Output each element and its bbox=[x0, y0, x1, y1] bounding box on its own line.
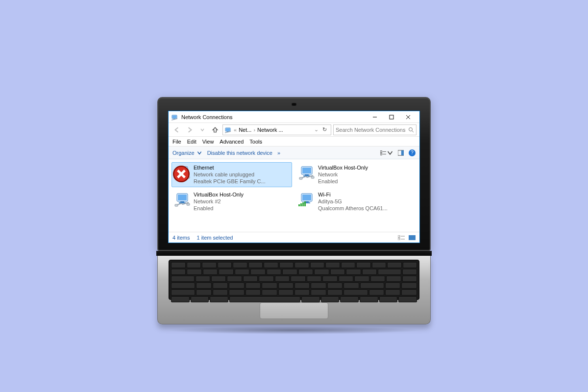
address-dropdown[interactable]: ⌄ bbox=[314, 126, 318, 133]
back-button[interactable] bbox=[172, 124, 182, 135]
connection-name: Ethernet bbox=[194, 165, 266, 172]
help-button[interactable]: ? bbox=[409, 149, 416, 156]
svg-rect-25 bbox=[398, 238, 400, 240]
unplugged-badge-icon bbox=[173, 166, 190, 182]
connection-wifi[interactable]: Wi-Fi Aditya-5G Qualcomm Atheros QCA61..… bbox=[296, 189, 416, 214]
window-title: Network Connections bbox=[181, 114, 233, 120]
organize-button[interactable]: Organize bbox=[172, 150, 202, 156]
view-mode-button[interactable] bbox=[380, 150, 393, 156]
svg-rect-18 bbox=[390, 115, 393, 119]
app-icon bbox=[172, 114, 178, 121]
refresh-button[interactable]: ↻ bbox=[320, 126, 329, 133]
webcam bbox=[292, 103, 296, 106]
network-connections-window: Network Connections « Net... › bbox=[168, 111, 420, 243]
more-commands-button[interactable]: » bbox=[277, 150, 280, 156]
maximize-button[interactable] bbox=[383, 111, 400, 123]
connection-name: Wi-Fi bbox=[318, 192, 388, 198]
chevron-down-icon bbox=[196, 150, 202, 156]
menu-view[interactable]: View bbox=[202, 139, 214, 145]
connection-detail: Enabled bbox=[318, 178, 368, 185]
search-box[interactable] bbox=[333, 124, 416, 135]
minimize-button[interactable] bbox=[367, 111, 383, 123]
ethernet-icon bbox=[174, 165, 191, 181]
connection-name: VirtualBox Host-Only bbox=[318, 165, 368, 172]
touchpad bbox=[260, 302, 328, 319]
connection-name: VirtualBox Host-Only bbox=[194, 192, 244, 198]
details-view-icon[interactable] bbox=[398, 235, 405, 240]
menu-file[interactable]: File bbox=[172, 139, 181, 145]
item-count: 4 items bbox=[172, 235, 190, 241]
svg-point-19 bbox=[409, 127, 413, 131]
svg-rect-26 bbox=[409, 235, 416, 240]
breadcrumb-1[interactable]: Net... bbox=[239, 127, 251, 133]
large-icons-view-icon[interactable] bbox=[409, 235, 416, 240]
svg-rect-23 bbox=[401, 150, 404, 155]
laptop-frame: Network Connections « Net... › bbox=[157, 97, 431, 334]
connection-status: Aditya-5G bbox=[318, 198, 388, 205]
ethernet-icon bbox=[298, 165, 315, 181]
connection-status: Network #2 bbox=[194, 198, 244, 205]
svg-rect-20 bbox=[380, 150, 382, 152]
up-button[interactable] bbox=[210, 124, 220, 135]
command-bar: Organize Disable this network device » ? bbox=[169, 147, 419, 159]
connection-detail: Enabled bbox=[194, 205, 244, 212]
search-input[interactable] bbox=[336, 127, 406, 133]
menu-edit[interactable]: Edit bbox=[187, 139, 196, 145]
close-button[interactable] bbox=[400, 111, 416, 123]
svg-rect-21 bbox=[380, 153, 382, 154]
search-icon bbox=[408, 127, 414, 133]
connection-detail: Realtek PCIe GBE Family C... bbox=[194, 178, 266, 185]
menu-tools[interactable]: Tools bbox=[249, 139, 262, 145]
laptop-base bbox=[157, 256, 431, 324]
forward-button[interactable] bbox=[184, 124, 195, 135]
laptop-hinge bbox=[156, 251, 432, 256]
menu-advanced[interactable]: Advanced bbox=[220, 139, 244, 145]
breadcrumb-prefix: « bbox=[234, 127, 237, 133]
address-icon bbox=[225, 126, 232, 133]
keyboard bbox=[169, 260, 419, 300]
selection-count: 1 item selected bbox=[196, 235, 233, 241]
disable-device-button[interactable]: Disable this network device bbox=[207, 150, 272, 156]
recent-dropdown[interactable] bbox=[197, 124, 208, 135]
status-bar: 4 items 1 item selected bbox=[169, 232, 419, 243]
menu-bar: File Edit View Advanced Tools bbox=[169, 137, 419, 147]
laptop-shadow bbox=[167, 326, 421, 334]
connection-status: Network cable unplugged bbox=[194, 172, 266, 178]
connection-virtualbox-1[interactable]: VirtualBox Host-Only Network Enabled bbox=[296, 162, 416, 187]
connections-list: Ethernet Network cable unplugged Realtek… bbox=[169, 159, 419, 232]
screen-bezel: Network Connections « Net... › bbox=[157, 97, 431, 251]
connection-ethernet[interactable]: Ethernet Network cable unplugged Realtek… bbox=[172, 162, 292, 187]
preview-pane-button[interactable] bbox=[398, 150, 404, 156]
breadcrumb-2[interactable]: Network ... bbox=[257, 127, 283, 133]
ethernet-icon bbox=[174, 192, 191, 208]
connection-status: Network bbox=[318, 172, 368, 178]
connection-virtualbox-2[interactable]: VirtualBox Host-Only Network #2 Enabled bbox=[172, 189, 292, 214]
chevron-down-icon bbox=[387, 150, 393, 156]
svg-rect-24 bbox=[398, 235, 400, 237]
connection-detail: Qualcomm Atheros QCA61... bbox=[318, 205, 388, 212]
navigation-row: « Net... › Network ... ⌄ ↻ bbox=[169, 123, 419, 137]
address-bar[interactable]: « Net... › Network ... ⌄ ↻ bbox=[222, 124, 331, 135]
titlebar: Network Connections bbox=[169, 111, 419, 123]
wifi-icon bbox=[298, 192, 315, 208]
